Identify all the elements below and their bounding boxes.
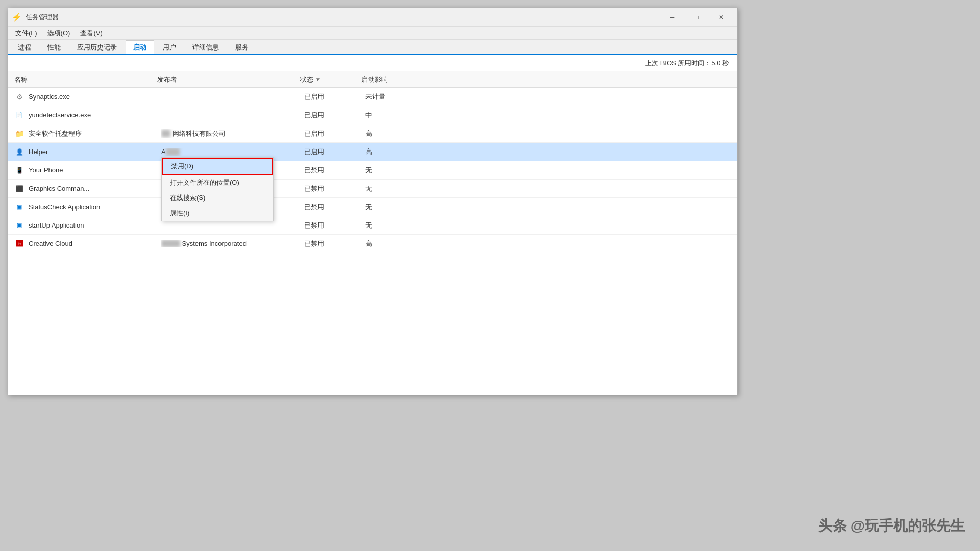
table-row[interactable]: 🅰 Creative Cloud ████ Systems Incorporat… — [8, 235, 737, 253]
table-row[interactable]: ▣ StatusCheck Application 已禁用 无 — [8, 198, 737, 216]
row-icon: ▣ — [14, 220, 24, 231]
blurred-publisher: ████ — [161, 240, 180, 247]
bios-info-bar: 上次 BIOS 所用时间： 5.0 秒 — [8, 55, 737, 71]
row-icon: 🅰 — [14, 239, 24, 249]
row-name: 安全软件托盘程序 — [29, 129, 161, 138]
tab-process[interactable]: 进程 — [10, 40, 39, 54]
watermark: 头条 @玩手机的张先生 — [818, 516, 965, 536]
table-row[interactable]: 📄 yundetectservice.exe 已启用 中 — [8, 106, 737, 124]
menu-file[interactable]: 文件(F) — [10, 28, 42, 39]
context-menu: 禁用(D) 打开文件所在的位置(O) 在线搜索(S) 属性(I) — [161, 157, 274, 221]
row-icon: 📁 — [14, 129, 24, 139]
table-row[interactable]: ⚙ Synaptics.exe 已启用 未计量 — [8, 88, 737, 106]
context-menu-properties[interactable]: 属性(I) — [162, 206, 273, 221]
row-status: 已禁用 — [304, 166, 365, 175]
minimize-button[interactable]: ─ — [660, 10, 684, 25]
row-name: startUp Application — [29, 221, 161, 229]
row-impact: 高 — [365, 239, 427, 248]
row-impact: 无 — [365, 221, 427, 230]
publisher-text: A — [161, 148, 166, 156]
tab-details[interactable]: 详细信息 — [185, 40, 227, 54]
row-name: Your Phone — [29, 166, 161, 174]
row-impact: 高 — [365, 129, 427, 138]
row-publisher: A███ — [161, 148, 304, 156]
tab-users[interactable]: 用户 — [155, 40, 184, 54]
tab-startup[interactable]: 启动 — [126, 40, 154, 54]
row-status: 已禁用 — [304, 203, 365, 212]
blurred-publisher: ██ — [161, 130, 170, 137]
row-icon: 📄 — [14, 110, 24, 120]
menu-view[interactable]: 查看(V) — [75, 28, 107, 39]
row-status: 已禁用 — [304, 184, 365, 193]
row-impact: 无 — [365, 203, 427, 212]
maximize-button[interactable]: □ — [685, 10, 708, 25]
bios-value: 5.0 秒 — [711, 59, 729, 68]
app-icon: ⚡ — [12, 13, 21, 22]
row-publisher: ████ Systems Incorporated — [161, 240, 304, 247]
task-manager-window: ⚡ 任务管理器 ─ □ ✕ 文件(F) 选项(O) 查看(V) 进程 性能 应用… — [8, 8, 738, 395]
row-impact: 高 — [365, 147, 427, 157]
title-bar: ⚡ 任务管理器 ─ □ ✕ — [8, 8, 737, 27]
row-status: 已启用 — [304, 147, 365, 157]
menu-bar: 文件(F) 选项(O) 查看(V) — [8, 27, 737, 40]
row-icon: ⚙ — [14, 92, 24, 102]
row-status: 已启用 — [304, 111, 365, 120]
row-name: yundetectservice.exe — [29, 111, 161, 119]
row-status: 已启用 — [304, 92, 365, 102]
col-header-status: 状态 ▼ — [300, 75, 361, 84]
row-name: StatusCheck Application — [29, 203, 161, 211]
blurred-publisher: ███ — [166, 148, 180, 156]
publisher-text: Systems Incorporated — [182, 240, 246, 247]
tab-performance[interactable]: 性能 — [40, 40, 68, 54]
row-status: 已启用 — [304, 129, 365, 138]
bios-label: 上次 BIOS 所用时间： — [645, 59, 711, 68]
content-area: 名称 发布者 状态 ▼ 启动影响 ⚙ Synaptics.exe 已启用 未计量 — [8, 71, 737, 395]
row-name: Graphics Comman... — [29, 185, 161, 192]
table-row[interactable]: 📁 安全软件托盘程序 ██ 网络科技有限公司 已启用 高 — [8, 124, 737, 143]
row-impact: 无 — [365, 166, 427, 175]
tab-bar: 进程 性能 应用历史记录 启动 用户 详细信息 服务 — [8, 40, 737, 55]
col-header-publisher: 发布者 — [157, 75, 300, 84]
table-body: ⚙ Synaptics.exe 已启用 未计量 📄 yundetectservi… — [8, 88, 737, 253]
window-controls: ─ □ ✕ — [660, 10, 733, 25]
row-name: Synaptics.exe — [29, 93, 161, 101]
row-publisher: ██ 网络科技有限公司 — [161, 129, 304, 138]
close-button[interactable]: ✕ — [709, 10, 733, 25]
tab-app-history[interactable]: 应用历史记录 — [69, 40, 125, 54]
col-header-name: 名称 — [14, 75, 157, 84]
row-icon: 👤 — [14, 147, 24, 157]
context-menu-open-location[interactable]: 打开文件所在的位置(O) — [162, 175, 273, 190]
row-impact: 未计量 — [365, 92, 427, 102]
row-icon: ⬛ — [14, 184, 24, 194]
table-row[interactable]: ▣ startUp Application 已禁用 无 — [8, 216, 737, 235]
row-impact: 无 — [365, 184, 427, 193]
window-title: 任务管理器 — [26, 13, 660, 22]
context-menu-disable[interactable]: 禁用(D) — [162, 158, 273, 175]
table-row[interactable]: ⬛ Graphics Comman... I████ 已禁用 无 — [8, 180, 737, 198]
row-icon: 📱 — [14, 165, 24, 176]
row-name: Creative Cloud — [29, 240, 161, 247]
sort-arrow-icon: ▼ — [315, 77, 321, 82]
row-impact: 中 — [365, 111, 427, 120]
row-icon: ▣ — [14, 202, 24, 212]
col-header-impact: 启动影响 — [361, 75, 423, 84]
row-status: 已禁用 — [304, 239, 365, 248]
tab-services[interactable]: 服务 — [228, 40, 256, 54]
row-name: Helper — [29, 148, 161, 156]
table-row[interactable]: 📱 Your Phone M████ 已禁用 无 — [8, 161, 737, 180]
row-status: 已禁用 — [304, 221, 365, 230]
publisher-text: 网络科技有限公司 — [173, 130, 226, 137]
menu-options[interactable]: 选项(O) — [42, 28, 76, 39]
table-row[interactable]: 👤 Helper A███ 已启用 高 — [8, 143, 737, 161]
table-header: 名称 发布者 状态 ▼ 启动影响 — [8, 71, 737, 88]
context-menu-search-online[interactable]: 在线搜索(S) — [162, 190, 273, 206]
